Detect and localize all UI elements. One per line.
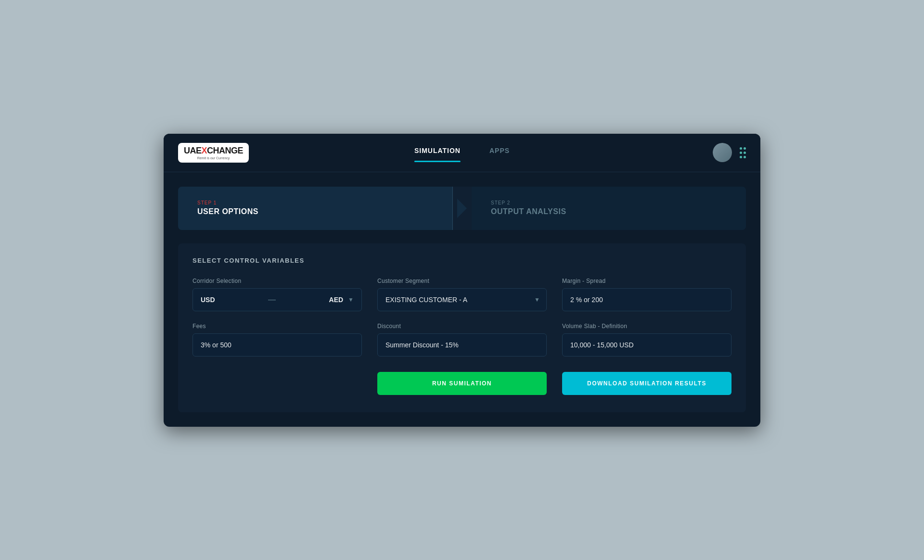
corridor-to: AED xyxy=(329,296,344,304)
form-grid: Corridor Selection USD — AED ▼ Customer … xyxy=(192,278,732,356)
logo-text: UAEXCHANGE xyxy=(184,146,243,155)
discount-input[interactable] xyxy=(377,333,547,356)
section-title: SELECT CONTROL VARIABLES xyxy=(192,257,732,264)
logo-tagline: Remit is our Currency xyxy=(184,156,243,160)
discount-label: Discount xyxy=(377,323,547,330)
margin-spread-input[interactable] xyxy=(562,288,732,311)
fees-group: Fees xyxy=(192,323,362,356)
buttons-row: RUN SUMILATION DOWNLOAD SUMILATION RESUL… xyxy=(192,372,732,395)
volume-slab-label: Volume Slab - Definition xyxy=(562,323,732,330)
avatar-image xyxy=(713,143,732,162)
customer-segment-group: Customer Segment EXISTING CUSTOMER - A ▼ xyxy=(377,278,547,311)
corridor-group: Corridor Selection USD — AED ▼ xyxy=(192,278,362,311)
step-2: STEP 2 OUTPUT ANALYSIS xyxy=(472,187,746,230)
step-2-number: STEP 2 xyxy=(491,200,566,205)
menu-icon[interactable] xyxy=(740,147,746,158)
run-simulation-button[interactable]: RUN SUMILATION xyxy=(377,372,547,395)
step-1-label: USER OPTIONS xyxy=(197,207,258,216)
step-1-number: STEP 1 xyxy=(197,200,258,205)
step-1-info: STEP 1 USER OPTIONS xyxy=(197,200,258,216)
step-arrow-icon xyxy=(457,199,467,218)
step-2-label: OUTPUT ANALYSIS xyxy=(491,207,566,216)
steps-bar: STEP 1 USER OPTIONS STEP 2 OUTPUT ANALYS… xyxy=(178,187,746,230)
step-2-info: STEP 2 OUTPUT ANALYSIS xyxy=(491,200,566,216)
customer-segment-select[interactable]: EXISTING CUSTOMER - A xyxy=(377,288,547,311)
menu-dot xyxy=(744,152,746,154)
fees-input[interactable] xyxy=(192,333,362,356)
header: UAEXCHANGE Remit is our Currency SIMULAT… xyxy=(164,134,760,172)
menu-dot xyxy=(740,147,742,150)
step-line xyxy=(452,187,453,230)
tab-apps[interactable]: APPS xyxy=(489,147,510,158)
step-1: STEP 1 USER OPTIONS xyxy=(178,187,452,230)
step-divider xyxy=(452,187,472,230)
nav-tabs: SIMULATION APPS xyxy=(414,147,510,158)
corridor-input[interactable]: USD — AED ▼ xyxy=(192,288,362,311)
logo-rest: CHANGE xyxy=(207,146,243,155)
corridor-label: Corridor Selection xyxy=(192,278,362,284)
menu-dot xyxy=(740,156,742,158)
fees-label: Fees xyxy=(192,323,362,330)
discount-group: Discount xyxy=(377,323,547,356)
corridor-from: USD xyxy=(201,296,215,304)
logo-main: UAE xyxy=(184,146,202,155)
corridor-arrow-icon: — xyxy=(220,295,324,304)
volume-slab-group: Volume Slab - Definition xyxy=(562,323,732,356)
margin-spread-label: Margin - Spread xyxy=(562,278,732,284)
customer-segment-label: Customer Segment xyxy=(377,278,547,284)
main-content: STEP 1 USER OPTIONS STEP 2 OUTPUT ANALYS… xyxy=(164,172,760,427)
logo: UAEXCHANGE Remit is our Currency xyxy=(178,143,249,163)
customer-segment-wrap: EXISTING CUSTOMER - A ▼ xyxy=(377,288,547,311)
avatar xyxy=(713,143,732,162)
logo-x-letter: X xyxy=(202,146,207,155)
chevron-down-icon: ▼ xyxy=(348,296,354,303)
app-window: UAEXCHANGE Remit is our Currency SIMULAT… xyxy=(164,134,760,427)
menu-dot xyxy=(744,147,746,150)
form-section: SELECT CONTROL VARIABLES Corridor Select… xyxy=(178,243,746,412)
volume-slab-input[interactable] xyxy=(562,333,732,356)
menu-dot xyxy=(740,152,742,154)
tab-simulation[interactable]: SIMULATION xyxy=(414,147,461,158)
download-results-button[interactable]: DOWNLOAD SUMILATION RESULTS xyxy=(562,372,732,395)
header-right xyxy=(713,143,746,162)
margin-spread-group: Margin - Spread xyxy=(562,278,732,311)
menu-dot xyxy=(744,156,746,158)
